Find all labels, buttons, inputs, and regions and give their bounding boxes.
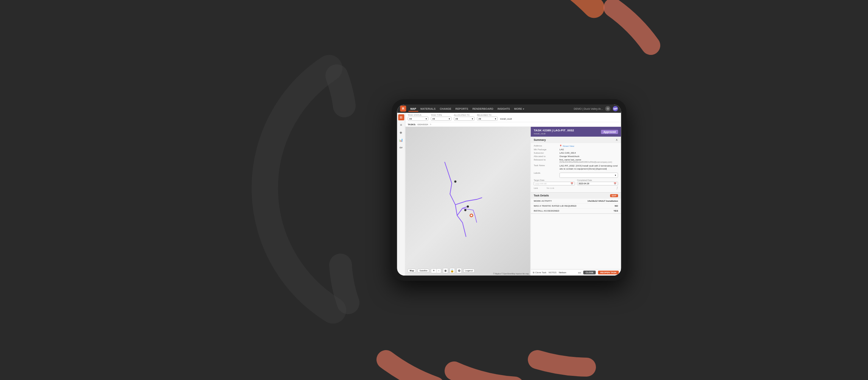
traffic-lid-row: Was a TRAFFIC Rated Lid Required NO	[530, 204, 621, 209]
map-view-button[interactable]: Map	[408, 269, 416, 273]
edit-button[interactable]: EDIT	[610, 194, 618, 197]
task-scroll-area[interactable]: Summary ∧ Address 📍 Street View	[530, 137, 621, 269]
legend-button[interactable]: Legend	[463, 269, 474, 273]
released-to-filter: Released To All ▾	[477, 114, 498, 121]
install-designed-value: YES	[613, 210, 618, 212]
subsector-label: Subsector	[534, 152, 559, 154]
sidebar-icon-id[interactable]: ID#	[398, 145, 404, 151]
app-logo: R	[400, 106, 406, 112]
user-avatar[interactable]: MP	[613, 106, 618, 111]
target-date-field: Target Date yyyy-mm-dd 📅	[534, 179, 575, 185]
nav-tab-change[interactable]: CHANGE	[438, 107, 453, 111]
sidebar-icon-list[interactable]: ≡	[398, 122, 404, 128]
task-type-filter: Task Type All ▾	[431, 114, 451, 121]
close-button[interactable]: CLOSE	[583, 271, 596, 274]
tasks-bar: TASKS: 6934/6934 >	[405, 122, 621, 127]
task-notes-value: LAG-PIT_0032. [XXX] Install vault with 2…	[559, 164, 618, 171]
settings-map-icon[interactable]: ⚙	[456, 268, 462, 273]
clone-task-button[interactable]: ⧉ Clone Task	[533, 271, 546, 274]
bottom-action-bar: ⧉ Clone Task NOTES Neilson ••• CLOSE REO…	[530, 269, 621, 276]
right-panel: TASK #2389 | LAG-PIT_0032 install_vault …	[530, 127, 621, 276]
labels-label: Labels	[534, 172, 559, 174]
nav-tab-reports[interactable]: REPORTS	[454, 107, 470, 111]
task-status-select[interactable]: All ▾	[408, 117, 428, 121]
notes-button[interactable]: NOTES	[549, 271, 557, 274]
task-status-label: Task Status	[408, 114, 428, 116]
tasks-label: TASKS:	[408, 123, 416, 126]
content-body: Map Satellite + - ⊕ 🔒 ⚙ Legend	[405, 127, 621, 276]
nav-tab-materials[interactable]: MATERIALS	[418, 107, 437, 111]
link-value: No Link	[546, 187, 615, 189]
nav-tab-renderboard[interactable]: RENDERBOARD	[470, 107, 495, 111]
released-to-info-value: first_name last_name (525bc84A480a45d9fe…	[559, 159, 618, 163]
install-designed-row: Install AS DESIGNED YES	[530, 209, 621, 213]
settings-icon[interactable]: ⚙	[605, 106, 610, 111]
allocated-to-select[interactable]: All ▾	[454, 117, 474, 121]
left-sidebar: ⊞ ≡ ◈ 📊 ID#	[397, 113, 405, 276]
reopen-task-button[interactable]: REOPEN TASK	[598, 271, 619, 274]
allocated-to-label: Allocated To	[454, 114, 474, 116]
task-status-filter: Task Status All ▾	[408, 114, 428, 121]
work-activity-label: WORK ACTIVITY	[534, 200, 587, 202]
summary-chevron-icon: ∧	[616, 138, 618, 142]
wk-package-row: Wk Package LAG	[534, 148, 618, 151]
completed-date-input[interactable]: 2023-04-29 📅	[577, 182, 618, 185]
allocated-to-info-value: Orange Woodchuck	[559, 155, 618, 157]
target-date-input[interactable]: yyyy-mm-dd 📅	[534, 182, 575, 185]
sidebar-icon-grid[interactable]: ⊞	[398, 114, 404, 120]
layers-icon[interactable]: ⊕	[443, 268, 448, 273]
task-title-group: TASK #2389 | LAG-PIT_0032 install_vault	[534, 129, 574, 135]
tablet-screen: R MAP MATERIALS CHANGE REPORTS RENDERBOA…	[397, 104, 621, 276]
more-options-button[interactable]: •••	[578, 271, 581, 274]
labels-row: Labels ▾	[534, 172, 618, 178]
filter-bar: Task Status All ▾ Task Type All ▾	[405, 113, 621, 122]
demo-label: DEMO | Duck Valley Ar...	[574, 107, 603, 110]
released-to-select[interactable]: All ▾	[477, 117, 498, 121]
task-type-select[interactable]: All ▾	[431, 117, 451, 121]
map-zoom-control: + -	[431, 268, 441, 273]
nav-tabs-container: MAP MATERIALS CHANGE REPORTS RENDERBOARD…	[408, 107, 574, 111]
address-link[interactable]: 📍 Street View	[559, 145, 574, 147]
zoom-in-button[interactable]: +	[431, 269, 436, 273]
released-to-row: Released to first_name last_name (525bc8…	[534, 159, 618, 163]
top-navigation: R MAP MATERIALS CHANGE REPORTS RENDERBOA…	[397, 104, 621, 113]
summary-section-header[interactable]: Summary ∧	[530, 137, 621, 143]
task-subtitle: install_vault	[534, 132, 574, 135]
wk-package-label: Wk Package	[534, 148, 559, 151]
nav-tab-map[interactable]: MAP	[408, 107, 418, 111]
address-label: Address	[534, 145, 559, 147]
traffic-lid-label: Was a TRAFFIC Rated Lid Required	[534, 205, 614, 207]
nav-tab-insights[interactable]: INSIGHTS	[496, 107, 512, 111]
released-to-label: Released To	[477, 114, 498, 116]
labels-select[interactable]: ▾	[559, 173, 618, 178]
sidebar-icon-chart[interactable]: 📊	[398, 137, 404, 143]
task-notes-label: Task Notes	[534, 164, 559, 167]
map-controls: Map Satellite + - ⊕ 🔒 ⚙ Legend	[408, 268, 474, 273]
task-type-label: Task Type	[431, 114, 451, 116]
neilson-text: Neilson	[559, 271, 566, 274]
allocated-to-info-label: Allocated to	[534, 155, 559, 157]
zoom-out-button[interactable]: -	[437, 269, 441, 273]
task-details-section: Task Details EDIT WORK ACTIVITY 14x19x12…	[530, 193, 621, 214]
task-details-title: Task Details	[534, 194, 549, 197]
tasks-arrow[interactable]: >	[430, 123, 431, 126]
task-notes-row: Task Notes LAG-PIT_0032. [XXX] Install v…	[534, 164, 618, 171]
svg-point-1	[467, 206, 469, 208]
satellite-view-button[interactable]: Satellite	[417, 269, 429, 273]
task-title: TASK #2389 | LAG-PIT_0032	[534, 129, 574, 132]
map-svg	[405, 127, 530, 276]
allocated-to-row: Allocated to Orange Woodchuck	[534, 155, 618, 157]
clone-icon: ⧉	[533, 271, 534, 274]
external-link-icon[interactable]: ⤴	[616, 187, 618, 190]
task-header: TASK #2389 | LAG-PIT_0032 install_vault …	[530, 127, 621, 137]
summary-section: Summary ∧ Address 📍 Street View	[530, 137, 621, 193]
lock-icon[interactable]: 🔒	[450, 268, 455, 273]
completed-date-field: Completed Date 2023-04-29 📅	[577, 179, 618, 185]
sidebar-icon-layers[interactable]: ◈	[398, 129, 404, 135]
map-area[interactable]: Map Satellite + - ⊕ 🔒 ⚙ Legend	[405, 127, 530, 276]
subsector-value: LAG-CAR_0014	[559, 152, 618, 154]
completed-date-label: Completed Date	[577, 179, 618, 181]
nav-tab-more[interactable]: MORE▾	[512, 107, 526, 111]
summary-body: Address 📍 Street View Wk Package LAG Sub…	[530, 143, 621, 192]
main-content: ⊞ ≡ ◈ 📊 ID# Task Status All ▾	[397, 113, 621, 276]
